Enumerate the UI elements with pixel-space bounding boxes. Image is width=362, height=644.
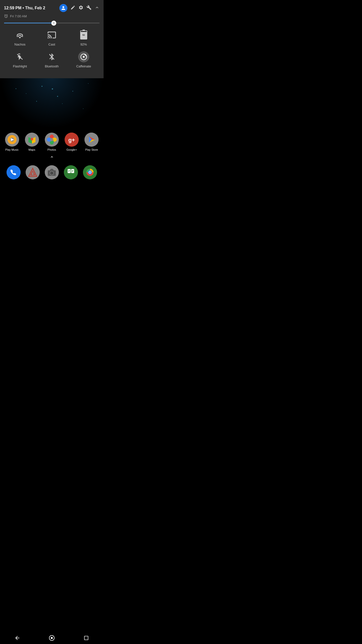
play-store-label: Play Store xyxy=(85,148,98,151)
battery-tile[interactable]: 92 92% xyxy=(74,29,94,46)
avatar-icon[interactable] xyxy=(59,4,67,12)
wrench-icon[interactable] xyxy=(86,5,92,11)
status-date: Thu, Feb 2 xyxy=(25,6,45,10)
bluetooth-icon xyxy=(48,53,56,61)
play-music-label: Play Music xyxy=(5,148,19,151)
play-store-icon xyxy=(84,133,99,147)
cast-icon xyxy=(47,30,56,39)
caffeinate-tile-icon xyxy=(78,51,89,62)
svg-point-37 xyxy=(51,172,53,174)
svg-rect-43 xyxy=(68,171,69,172)
dock-row xyxy=(2,163,102,182)
apex-app[interactable] xyxy=(24,165,42,179)
play-music-icon xyxy=(5,133,19,147)
flashlight-icon xyxy=(16,53,24,61)
battery-label: 92% xyxy=(80,43,87,46)
google-plus-app[interactable]: g+ Google+ xyxy=(63,133,81,151)
svg-rect-40 xyxy=(71,169,74,173)
photos-label: Photos xyxy=(48,148,56,151)
status-time: 12:59 PM xyxy=(4,6,21,10)
battery-icon: 92 xyxy=(80,30,87,39)
maps-app[interactable]: Maps xyxy=(23,133,41,151)
camera-app[interactable] xyxy=(43,165,61,179)
chrome-icon xyxy=(83,165,97,179)
wifi-label: Nachos xyxy=(14,43,25,46)
maps-label: Maps xyxy=(28,148,35,151)
play-music-app[interactable]: Play Music xyxy=(3,133,21,151)
status-time-date: 12:59 PM • Thu, Feb 2 xyxy=(4,6,45,10)
flashlight-label: Flashlight xyxy=(13,64,27,68)
svg-text:g+: g+ xyxy=(68,137,75,143)
maps-icon xyxy=(25,133,39,147)
svg-point-27 xyxy=(7,165,21,179)
main-app-row: Play Music Maps xyxy=(2,133,102,151)
bluetooth-label: Bluetooth xyxy=(45,64,59,68)
google-plus-icon: g+ xyxy=(65,133,79,147)
hangouts-app[interactable] xyxy=(62,165,80,179)
alarm-row: Fri 7:00 AM xyxy=(4,14,100,18)
google-plus-label: Google+ xyxy=(66,148,77,151)
caffeinate-label: Caffeinate xyxy=(76,64,91,68)
cast-label: Cast xyxy=(49,43,55,46)
brightness-slider-container[interactable] xyxy=(4,23,100,23)
phone-app[interactable] xyxy=(5,165,23,179)
play-store-app[interactable]: Play Store xyxy=(82,133,101,151)
caffeinate-icon xyxy=(80,53,87,60)
svg-point-38 xyxy=(64,165,78,179)
bluetooth-tile[interactable]: Bluetooth xyxy=(42,51,62,68)
flashlight-tile[interactable]: Flashlight xyxy=(10,51,30,68)
brightness-fill xyxy=(4,23,54,23)
edit-icon[interactable] xyxy=(70,5,75,11)
cast-tile-icon xyxy=(46,29,57,41)
wifi-icon xyxy=(16,32,24,38)
status-dot: • xyxy=(23,6,24,10)
brightness-track[interactable] xyxy=(4,23,100,23)
svg-rect-42 xyxy=(72,170,73,171)
hangouts-icon xyxy=(64,165,78,179)
battery-tile-icon: 92 xyxy=(78,29,89,41)
svg-point-3 xyxy=(83,56,84,58)
alarm-icon xyxy=(4,14,8,18)
svg-point-19 xyxy=(50,138,53,141)
wifi-tile-icon xyxy=(14,29,25,41)
battery-text: 92 xyxy=(82,34,85,36)
chrome-app[interactable] xyxy=(81,165,99,179)
quick-settings-row-1: Nachos Cast 92 92% xyxy=(4,29,100,46)
alarm-time: Fri 7:00 AM xyxy=(10,14,27,18)
chevron-divider[interactable]: ⌃ xyxy=(2,154,102,163)
brightness-thumb[interactable] xyxy=(51,21,56,26)
photos-icon xyxy=(45,133,59,147)
svg-rect-44 xyxy=(72,171,73,172)
collapse-icon[interactable] xyxy=(95,5,100,11)
status-bar: 12:59 PM • Thu, Feb 2 xyxy=(4,4,100,12)
phone-icon xyxy=(7,165,21,179)
camera-icon xyxy=(45,165,59,179)
flashlight-tile-icon xyxy=(14,51,25,62)
svg-rect-41 xyxy=(68,170,70,171)
wallpaper xyxy=(0,78,104,129)
apex-icon xyxy=(26,165,40,179)
bluetooth-tile-icon xyxy=(46,51,57,62)
caffeinate-tile[interactable]: Caffeinate xyxy=(74,51,94,68)
app-grid: Play Music Maps xyxy=(0,129,104,184)
notification-panel: 12:59 PM • Thu, Feb 2 xyxy=(0,0,104,78)
cast-tile[interactable]: Cast xyxy=(42,29,62,46)
svg-point-49 xyxy=(89,172,91,173)
chevron-up-icon[interactable]: ⌃ xyxy=(50,155,54,161)
status-icons xyxy=(59,4,100,12)
photos-app[interactable]: Photos xyxy=(43,133,61,151)
stars-bg xyxy=(0,78,104,129)
wifi-tile[interactable]: Nachos xyxy=(10,29,30,46)
svg-rect-39 xyxy=(68,169,71,173)
settings-icon[interactable] xyxy=(78,5,83,11)
quick-settings-row-2: Flashlight Bluetooth Caffeinate xyxy=(4,51,100,68)
